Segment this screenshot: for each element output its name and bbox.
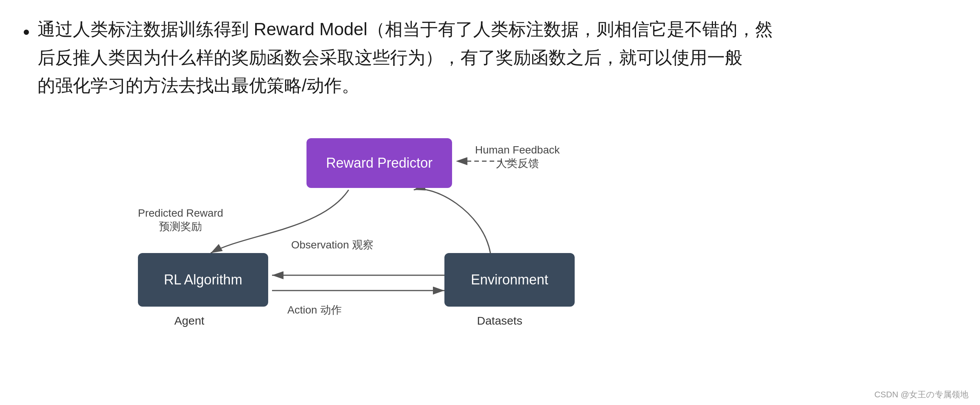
bullet-dot: •	[23, 17, 30, 47]
bullet-text: • 通过人类标注数据训练得到 Reward Model（相当于有了人类标注数据，…	[23, 15, 957, 100]
text-line2: 后反推人类因为什么样的奖励函数会采取这些行为），有了奖励函数之后，就可以使用一般	[38, 47, 742, 67]
rl-algorithm-box: RL Algorithm	[138, 253, 268, 307]
main-content: • 通过人类标注数据训练得到 Reward Model（相当于有了人类标注数据，…	[0, 0, 980, 405]
observation-label: Observation 观察	[291, 238, 374, 252]
diagram-container: Reward Predictor RL Algorithm Environmen…	[100, 115, 674, 330]
reward-predictor-label: Reward Predictor	[326, 155, 433, 171]
watermark: CSDN @女王の专属领地	[874, 389, 969, 400]
text-section: • 通过人类标注数据训练得到 Reward Model（相当于有了人类标注数据，…	[23, 15, 957, 100]
environment-box: Environment	[444, 253, 575, 307]
datasets-label: Datasets	[477, 314, 522, 327]
text-line1: 通过人类标注数据训练得到 Reward Model（相当于有了人类标注数据，则相…	[38, 19, 773, 39]
text-line3: 的强化学习的方法去找出最优策略/动作。	[38, 75, 360, 95]
agent-label: Agent	[174, 314, 204, 327]
human-feedback-label: Human Feedback 人类反馈	[475, 144, 560, 171]
action-label: Action 动作	[287, 303, 342, 317]
environment-label: Environment	[471, 272, 548, 288]
bullet-body: 通过人类标注数据训练得到 Reward Model（相当于有了人类标注数据，则相…	[38, 15, 957, 100]
rl-algorithm-label: RL Algorithm	[164, 272, 243, 288]
predicted-reward-label: Predicted Reward 预测奖励	[138, 207, 223, 234]
reward-predictor-box: Reward Predictor	[306, 138, 452, 188]
